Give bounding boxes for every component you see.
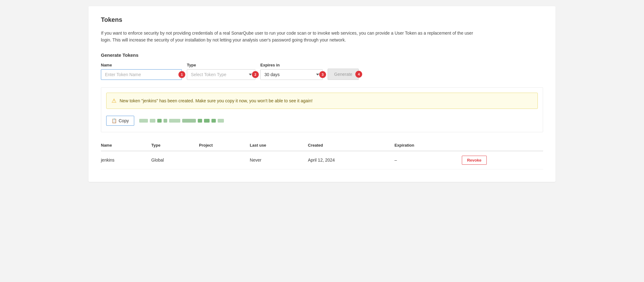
revoke-button[interactable]: Revoke — [462, 156, 487, 165]
type-field-group: Type Select Token Type Global Analysis T… — [187, 63, 255, 80]
col-header-type: Type — [151, 140, 199, 151]
copy-button[interactable]: 📋 Copy — [106, 116, 134, 126]
cell-project — [199, 151, 250, 169]
alert-message: New token "jenkins" has been created. Ma… — [120, 98, 313, 103]
token-segment-9 — [211, 119, 216, 123]
cell-type: Global — [151, 151, 199, 169]
main-card: Tokens If you want to enforce security b… — [88, 6, 556, 182]
expires-field-group: Expires in 30 days 7 days 90 days No exp… — [260, 63, 323, 80]
col-header-created: Created — [308, 140, 395, 151]
token-value-blurred — [139, 119, 224, 123]
col-header-name: Name — [101, 140, 151, 151]
generate-button[interactable]: Generate — [328, 69, 359, 80]
step-badge-3: 3 — [319, 71, 326, 78]
cell-expiration: – — [395, 151, 462, 169]
token-segment-6 — [182, 119, 196, 123]
col-header-project: Project — [199, 140, 250, 151]
name-field-group: Name 1 — [101, 63, 182, 80]
step-badge-4: 4 — [355, 71, 362, 78]
token-segment-4 — [163, 119, 167, 123]
cell-created: April 12, 2024 — [308, 151, 395, 169]
token-segment-7 — [198, 119, 202, 123]
col-header-expiration: Expiration — [395, 140, 462, 151]
page-title: Tokens — [101, 16, 543, 23]
token-segment-1 — [139, 119, 148, 123]
token-segment-2 — [150, 119, 155, 123]
token-segment-10 — [218, 119, 224, 123]
col-header-last-use: Last use — [250, 140, 308, 151]
alert-icon: ⚠ — [111, 97, 116, 104]
expires-select-wrapper: 30 days 7 days 90 days No expiry 3 — [260, 69, 323, 80]
token-alert: ⚠ New token "jenkins" has been created. … — [106, 93, 538, 109]
name-label: Name — [101, 63, 182, 67]
step-badge-1: 1 — [178, 71, 185, 78]
copy-icon: 📋 — [111, 118, 117, 123]
cell-last-use: Never — [250, 151, 308, 169]
name-input-wrapper: 1 — [101, 69, 182, 80]
token-name-input[interactable] — [101, 69, 182, 80]
expires-label: Expires in — [260, 63, 323, 67]
type-select-wrapper: Select Token Type Global Analysis Token … — [187, 69, 255, 80]
token-type-select[interactable]: Select Token Type Global Analysis Token … — [187, 69, 255, 80]
token-segment-3 — [157, 119, 162, 123]
generate-btn-wrapper: Generate 4 — [328, 69, 359, 80]
tokens-table: Name Type Project Last use Created Expir… — [101, 140, 543, 169]
copy-button-label: Copy — [119, 118, 129, 123]
col-header-action — [462, 140, 543, 151]
page-description: If you want to enforce security by not p… — [101, 30, 475, 44]
token-segment-8 — [204, 119, 210, 123]
table-row: jenkins Global Never April 12, 2024 – Re… — [101, 151, 543, 169]
token-segment-5 — [169, 119, 180, 123]
token-result-container: ⚠ New token "jenkins" has been created. … — [101, 87, 543, 132]
type-label: Type — [187, 63, 255, 67]
section-title: Generate Tokens — [101, 52, 543, 58]
table-header-row: Name Type Project Last use Created Expir… — [101, 140, 543, 151]
generate-tokens-form: Name 1 Type Select Token Type Global Ana… — [101, 63, 543, 80]
expires-select[interactable]: 30 days 7 days 90 days No expiry — [260, 69, 323, 80]
cell-action: Revoke — [462, 151, 543, 169]
cell-name: jenkins — [101, 151, 151, 169]
tokens-table-wrapper: Name Type Project Last use Created Expir… — [101, 140, 543, 169]
step-badge-2: 2 — [252, 71, 259, 78]
token-copy-row: 📋 Copy — [106, 114, 538, 127]
